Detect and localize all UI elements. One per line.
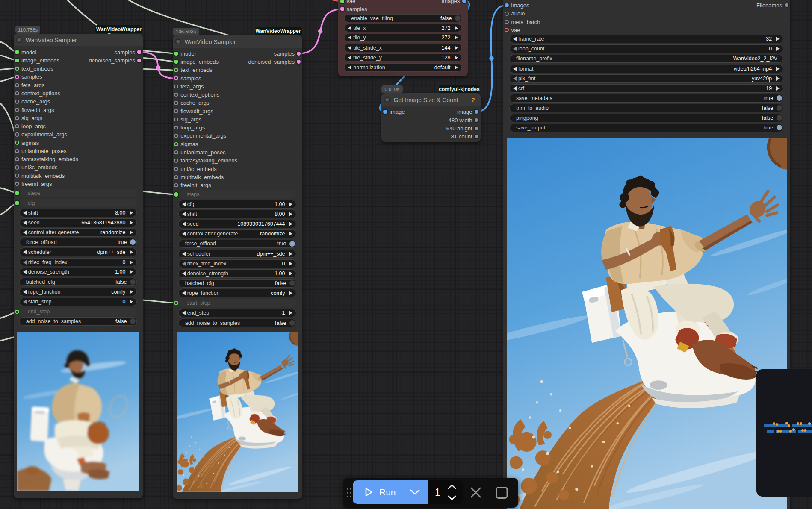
svg-text:1: 1 [435, 487, 440, 498]
svg-text:Run: Run [379, 487, 396, 497]
